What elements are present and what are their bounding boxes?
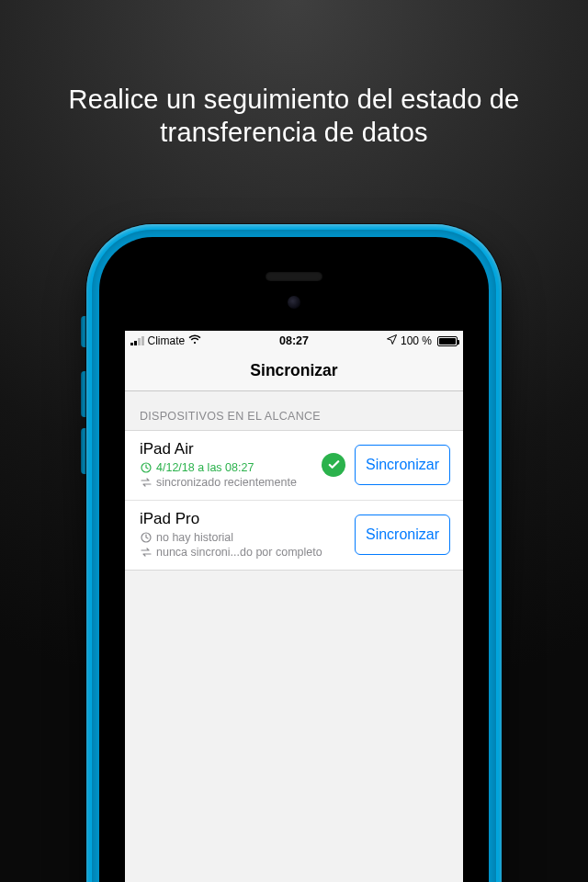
device-sync-status: sincronizado recientemente [156, 476, 297, 489]
device-name: iPad Air [140, 440, 312, 458]
clock-icon [140, 462, 152, 473]
sync-arrows-icon [140, 547, 152, 558]
carrier-label: Climate [148, 334, 186, 347]
device-time: no hay historial [156, 531, 233, 544]
device-row[interactable]: iPad Air 4/12/18 a las 08:27 sincroniza [125, 431, 463, 501]
page-title: Sincronizar [250, 361, 337, 380]
status-bar: Climate 08:27 100 % [125, 331, 463, 351]
device-sync-status: nunca sincroni...do por completo [156, 546, 322, 559]
battery-percent: 100 % [401, 334, 432, 347]
sync-button[interactable]: Sincronizar [355, 514, 450, 555]
battery-icon [437, 336, 458, 346]
device-time: 4/12/18 a las 08:27 [156, 461, 254, 474]
device-name: iPad Pro [140, 510, 345, 528]
promo-headline: Realice un seguimiento del estado de tra… [0, 83, 588, 150]
phone-screen: Climate 08:27 100 % Sincronizar DISPO [125, 331, 463, 882]
section-header: DISPOSITIVOS EN EL ALCANCE [125, 391, 463, 430]
checkmark-icon [322, 453, 345, 477]
earpiece [266, 272, 322, 281]
sync-arrows-icon [140, 477, 152, 488]
sync-button[interactable]: Sincronizar [355, 445, 450, 485]
device-list: iPad Air 4/12/18 a las 08:27 sincroniza [125, 430, 463, 571]
clock-icon [140, 532, 152, 543]
cell-signal-icon [130, 336, 144, 345]
phone-frame: Climate 08:27 100 % Sincronizar DISPO [86, 224, 502, 882]
device-row[interactable]: iPad Pro no hay historial nunca sincron [125, 501, 463, 570]
navbar: Sincronizar [125, 351, 463, 391]
front-camera [288, 296, 300, 309]
phone-face: Climate 08:27 100 % Sincronizar DISPO [99, 237, 489, 882]
wifi-icon [188, 334, 201, 347]
location-icon [387, 334, 397, 347]
